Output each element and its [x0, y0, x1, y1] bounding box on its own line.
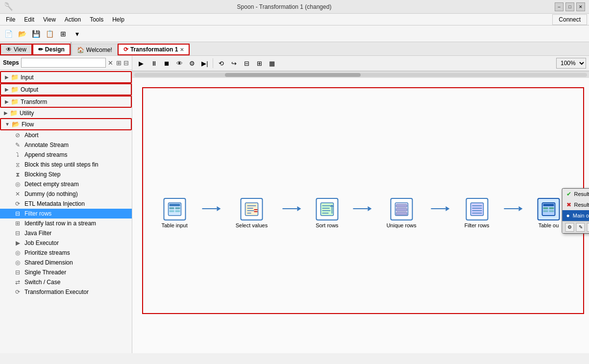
preview-btn[interactable]: 👁 [173, 57, 185, 69]
tree-item-filter-rows[interactable]: ⊟ Filter rows [0, 209, 132, 218]
svg-rect-4 [169, 210, 174, 212]
blocking-icon: ⧗ [14, 171, 22, 178]
canvas-toolbar: ▶ ⏸ ⏹ 👁 ⚙ ▶| ⟲ ↪ ⊟ ⊞ ▦ 100% 50% 75% 125%… [132, 56, 589, 71]
pause-btn[interactable]: ⏸ [148, 57, 160, 69]
group-label-flow: Flow [22, 121, 34, 128]
tree-item-single-threader[interactable]: ⊟ Single Threader [0, 267, 132, 277]
popup-more-btn[interactable]: ⋯ [587, 223, 589, 232]
search-input[interactable] [21, 58, 106, 68]
workflow-canvas[interactable]: Table input [132, 73, 589, 353]
tree-group-transform[interactable]: ▶ 📁 Transform [0, 96, 132, 108]
zoom-select[interactable]: 100% 50% 75% 125% 150% 200% [556, 58, 586, 69]
tree-group-output[interactable]: ▶ 📁 Output [0, 83, 132, 96]
save-as-btn[interactable]: 📋 [43, 27, 56, 40]
svg-rect-2 [169, 207, 174, 209]
open-btn[interactable]: 📂 [16, 27, 28, 40]
tab-transformation1[interactable]: ⟳ Transformation 1 ✕ [118, 44, 190, 55]
node-unique-rows-label: Unique rows [387, 222, 417, 228]
clear-search-icon[interactable]: ✕ [108, 59, 113, 67]
undo-btn[interactable]: ⟲ [215, 57, 227, 69]
svg-rect-5 [175, 210, 180, 212]
menu-edit[interactable]: Edit [20, 15, 38, 24]
tab-view[interactable]: 👁 View [0, 44, 32, 55]
expand-all-icon[interactable]: ⊞ [116, 59, 122, 67]
stop-btn[interactable]: ⏹ [161, 57, 172, 69]
menu-tools[interactable]: Tools [86, 15, 107, 24]
collapse-all-icon[interactable]: ⊟ [123, 59, 129, 67]
run-selected-btn[interactable]: ▶| [199, 57, 211, 69]
popup-settings-btn[interactable]: ⚙ [565, 223, 574, 232]
node-unique-rows-icon [390, 198, 413, 220]
folder-icon-transform: 📁 [11, 98, 19, 105]
grid-btn[interactable]: ▦ [266, 57, 278, 69]
tree-item-detect-empty[interactable]: ◎ Detect empty stream [0, 179, 132, 189]
tree-item-abort[interactable]: ⊘ Abort [0, 130, 132, 140]
tree-item-append[interactable]: ⤵ Append streams [0, 150, 132, 160]
node-select-values[interactable]: Select values [236, 198, 268, 228]
tree-item-etl[interactable]: ⟳ ETL Metadata Injection [0, 199, 132, 209]
menu-bar: File Edit View Action Tools Help Connect [0, 14, 589, 25]
app-icon: 🥄 [4, 2, 14, 11]
tree-item-job-executor[interactable]: ▶ Job Executor [0, 238, 132, 248]
canvas-area: ▶ ⏸ ⏹ 👁 ⚙ ▶| ⟲ ↪ ⊟ ⊞ ▦ 100% 50% 75% 125%… [132, 56, 589, 353]
node-filter-rows[interactable]: Filter rows [465, 198, 490, 228]
redo-btn[interactable]: ↪ [228, 57, 240, 69]
scrollbar-thumb[interactable] [225, 73, 361, 77]
svg-rect-29 [543, 204, 554, 206]
left-panel: Steps ✕ ⊞ ⊟ ▶ 📁 Input ▶ 📁 Output ▶ 📁 [0, 56, 132, 353]
tree-item-blocking[interactable]: ⧗ Blocking Step [0, 170, 132, 179]
menu-help[interactable]: Help [108, 15, 128, 24]
tree-item-annotate[interactable]: ✎ Annotate Stream [0, 140, 132, 150]
svg-rect-22 [396, 212, 407, 215]
svg-rect-32 [543, 210, 548, 212]
close-btn[interactable]: ✕ [576, 2, 585, 11]
tab-design[interactable]: ✏ Design [32, 44, 71, 55]
menu-action[interactable]: Action [61, 15, 85, 24]
connect-button[interactable]: Connect [552, 14, 587, 25]
etl-icon: ⟳ [14, 200, 22, 207]
tree-group-flow[interactable]: ▼ 📂 Flow [0, 118, 132, 130]
tree-item-prioritize[interactable]: ◎ Prioritize streams [0, 248, 132, 258]
tree-item-dummy[interactable]: ✕ Dummy (do nothing) [0, 189, 132, 199]
group-label-transform: Transform [21, 98, 47, 105]
tree-group-input[interactable]: ▶ 📁 Input [0, 71, 132, 83]
tab-close-icon[interactable]: ✕ [180, 47, 184, 52]
tree-item-java-filter[interactable]: ⊟ Java Filter [0, 228, 132, 238]
tree-item-identify-last[interactable]: ⊞ Identify last row in a stream [0, 218, 132, 228]
tree-item-transformation-exec[interactable]: ⟳ Transformation Executor [0, 287, 132, 297]
new-btn[interactable]: 📄 [2, 27, 15, 40]
node-sort-rows-label: Sort rows [316, 222, 338, 228]
dummy-icon: ✕ [14, 191, 22, 197]
node-unique-rows[interactable]: Unique rows [387, 198, 417, 228]
node-table-input[interactable]: Table input [162, 198, 188, 228]
node-table-output[interactable]: Table ou ✔ Result is TRUE ✖ Result is FA… [538, 198, 560, 228]
tree-item-block-step[interactable]: ⧖ Block this step until steps fin [0, 160, 132, 170]
fit-btn[interactable]: ⊞ [253, 57, 265, 69]
group-label-input: Input [21, 74, 34, 81]
svg-rect-30 [543, 207, 548, 209]
tree-item-switch-case[interactable]: ⇄ Switch / Case [0, 277, 132, 287]
popup-bottom-tools: ⚙ ✎ ⋯ [563, 221, 589, 233]
popup-main-output[interactable]: ● Main output of step [563, 210, 589, 221]
popup-edit-btn[interactable]: ✎ [576, 223, 585, 232]
save-btn[interactable]: 💾 [29, 27, 42, 40]
tree-group-utility[interactable]: ▶ 📁 Utility [0, 108, 132, 118]
tab-welcome[interactable]: 🏠 Welcome! [72, 44, 118, 55]
menu-view[interactable]: View [39, 15, 60, 24]
node-select-values-label: Select values [236, 222, 268, 228]
tree-item-shared-dim[interactable]: ◎ Shared Dimension [0, 258, 132, 267]
node-sort-rows[interactable]: Sort rows [316, 198, 338, 228]
node-table-output-label: Table ou [539, 222, 559, 228]
popup-result-false[interactable]: ✖ Result is FALSE [563, 199, 589, 210]
run-btn[interactable]: ▶ [135, 57, 147, 69]
maximize-btn[interactable]: □ [565, 2, 574, 11]
layer-btn[interactable]: ⊞ [57, 27, 70, 40]
check-btn[interactable]: ⚙ [186, 57, 198, 69]
minimize-btn[interactable]: – [555, 2, 564, 11]
menu-file[interactable]: File [2, 15, 19, 24]
svg-rect-21 [396, 208, 407, 211]
layer-down-btn[interactable]: ▾ [71, 27, 83, 40]
scrollbar-track[interactable] [134, 73, 587, 77]
align-btn[interactable]: ⊟ [241, 57, 252, 69]
popup-result-true[interactable]: ✔ Result is TRUE [563, 189, 589, 199]
